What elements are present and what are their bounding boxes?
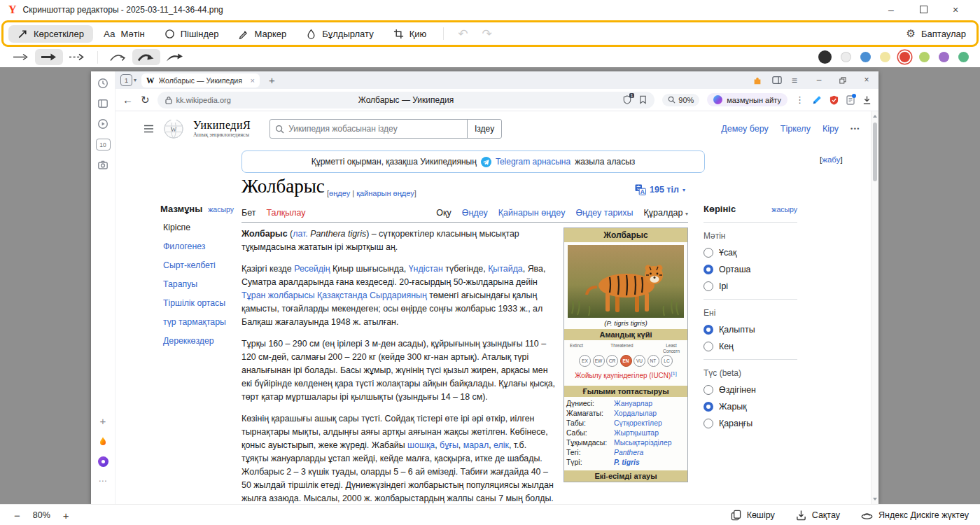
- register-link[interactable]: Тіркелу: [780, 124, 811, 134]
- tool-shapes[interactable]: Пішіндер: [155, 25, 228, 43]
- language-selector[interactable]: A 195 тіл ▾: [635, 184, 685, 195]
- browser-tab-active[interactable]: W Жолбарыс — Уикипедия ×: [141, 74, 260, 88]
- history-clock-icon[interactable]: [97, 78, 108, 89]
- toc-item[interactable]: Тіршілік ортасы: [160, 297, 237, 310]
- close-button[interactable]: ×: [939, 4, 972, 15]
- undo-button[interactable]: ↶: [451, 25, 474, 43]
- reload-icon[interactable]: ↻: [141, 94, 150, 105]
- hamburger-menu-icon[interactable]: [144, 125, 154, 133]
- editor-canvas[interactable]: 10 + ⋯ 1 ▾ W Жолбарыс — Уикипедия × +: [0, 67, 980, 504]
- tab-edit[interactable]: Өңдеу: [462, 208, 488, 218]
- radio-option[interactable]: Қалыпты: [704, 325, 797, 335]
- scrollbar-thumb[interactable]: [873, 122, 877, 181]
- tool-text[interactable]: Аа Мәтін: [94, 25, 154, 43]
- feed-panel-icon[interactable]: [97, 98, 108, 109]
- tab-page[interactable]: Бет: [241, 208, 255, 218]
- banner-close-button[interactable]: [жабу]: [820, 155, 843, 164]
- arrow-style-dashed[interactable]: [63, 49, 91, 65]
- maximize-button[interactable]: [907, 4, 939, 15]
- video-play-icon[interactable]: [97, 118, 108, 130]
- color-swatch-teal[interactable]: [958, 52, 969, 62]
- color-swatch-yellow[interactable]: [880, 52, 890, 62]
- toc-item[interactable]: Филогенез: [160, 240, 237, 253]
- minimize-button[interactable]: –: [875, 4, 907, 15]
- browser-close-button[interactable]: ×: [855, 71, 878, 89]
- color-swatch-white[interactable]: [841, 52, 851, 62]
- toc-item[interactable]: Тарапуы: [160, 278, 237, 291]
- search-button[interactable]: Іздеу: [467, 120, 501, 138]
- alice-assistant-icon[interactable]: [98, 456, 108, 467]
- sidebar-add-button[interactable]: +: [100, 415, 106, 427]
- color-swatch-red-selected[interactable]: [899, 52, 910, 62]
- tool-marker[interactable]: Маркер: [229, 25, 295, 43]
- sidebar-more-icon[interactable]: ⋯: [99, 476, 108, 486]
- color-swatch-blue[interactable]: [860, 52, 871, 62]
- zoom-in-button[interactable]: +: [60, 510, 72, 522]
- radio-option[interactable]: Ірі: [704, 281, 797, 291]
- edit-pen-extension-icon[interactable]: [812, 95, 822, 105]
- yandex-disk-upload-button[interactable]: Яндекс Дискіге жүктеу: [861, 510, 969, 521]
- page-scrollbar[interactable]: [871, 111, 878, 504]
- browser-restore-button[interactable]: [831, 71, 855, 89]
- toc-item[interactable]: Сырт-келбеті: [160, 259, 237, 272]
- tab-talk[interactable]: Талқылау: [266, 208, 305, 218]
- adblock-shield-icon[interactable]: [830, 95, 839, 105]
- browser-menu-icon[interactable]: ≡: [792, 75, 797, 86]
- zoom-out-button[interactable]: −: [11, 510, 23, 522]
- arrow-style-swoosh[interactable]: [160, 49, 188, 65]
- radio-option[interactable]: Өздігінен: [704, 385, 797, 395]
- tool-blur[interactable]: Бұлдырлату: [297, 25, 382, 43]
- bookmark-flag-icon[interactable]: [639, 95, 647, 104]
- panels-icon[interactable]: [772, 76, 782, 85]
- tab-edit-source[interactable]: Қайнарын өңдеу: [498, 208, 566, 218]
- toc-item[interactable]: Дереккөздер: [160, 335, 237, 348]
- toc-hide-button[interactable]: жасыру: [208, 205, 234, 214]
- extensions-puzzle-icon[interactable]: [752, 76, 762, 85]
- protect-shield-icon[interactable]: 1: [623, 95, 631, 104]
- scroll-down-icon[interactable]: [873, 498, 877, 500]
- toc-item[interactable]: түр тармақтары: [160, 316, 237, 329]
- reference-1[interactable]: [1]: [671, 370, 676, 377]
- tiger-image[interactable]: [564, 242, 687, 318]
- tool-arrows[interactable]: Көрсеткілер: [8, 25, 93, 43]
- arrow-style-bold[interactable]: [35, 49, 63, 65]
- telegram-link[interactable]: Telegram арнасына: [496, 157, 570, 167]
- tab-count-badge[interactable]: 10: [96, 139, 111, 150]
- save-button[interactable]: Сақтау: [796, 510, 840, 521]
- login-link[interactable]: Кіру: [822, 124, 839, 134]
- more-options-icon[interactable]: •••: [850, 125, 860, 132]
- arrow-style-curved-bold[interactable]: [132, 49, 160, 65]
- url-bar[interactable]: kk.wikipedia.org Жолбарыс — Уикипедия 1: [158, 92, 655, 108]
- wiki-wordmark[interactable]: УикипедиЯ Ашық энциклопедиясы: [193, 120, 251, 138]
- new-tab-button[interactable]: +: [265, 74, 279, 86]
- kebab-menu-icon[interactable]: ⋮: [795, 94, 804, 105]
- browser-zoom-control[interactable]: 90%: [662, 94, 699, 106]
- radio-option[interactable]: Жарық: [704, 402, 797, 412]
- tab-history[interactable]: Өңдеу тарихы: [575, 208, 633, 218]
- radio-option[interactable]: Кең: [704, 342, 797, 351]
- edit-source-link[interactable]: қайнарын өңдеу: [356, 189, 414, 197]
- search-input[interactable]: [284, 124, 467, 134]
- browser-minimize-button[interactable]: –: [807, 71, 831, 89]
- copy-button[interactable]: Көшіру: [731, 510, 775, 521]
- download-icon[interactable]: [862, 95, 872, 105]
- pulse-flame-icon[interactable]: [97, 436, 108, 447]
- tab-tools[interactable]: Құралдар ▾: [644, 208, 688, 218]
- settings-button[interactable]: ⚙ Баптаулар: [906, 27, 972, 40]
- wikipedia-globe-logo[interactable]: W: [163, 118, 184, 139]
- scroll-up-icon[interactable]: [873, 115, 877, 118]
- tab-read[interactable]: Оқу: [436, 208, 451, 218]
- radio-option[interactable]: Қараңғы: [704, 419, 797, 428]
- extension-doc-icon[interactable]: [846, 95, 855, 105]
- tab-close-icon[interactable]: ×: [251, 76, 255, 85]
- arrow-style-thin[interactable]: [7, 49, 35, 65]
- radio-option[interactable]: Ұсақ: [704, 248, 797, 258]
- radio-option[interactable]: Орташа: [704, 265, 797, 274]
- screenshot-camera-icon[interactable]: [97, 160, 108, 171]
- color-swatch-black[interactable]: [818, 50, 832, 64]
- edit-link[interactable]: өңдеу: [329, 189, 350, 197]
- donate-link[interactable]: Демеу беру: [721, 124, 769, 134]
- appearance-hide-button[interactable]: жасыру: [771, 205, 797, 214]
- color-swatch-purple[interactable]: [939, 52, 949, 62]
- back-icon[interactable]: ←: [122, 94, 133, 105]
